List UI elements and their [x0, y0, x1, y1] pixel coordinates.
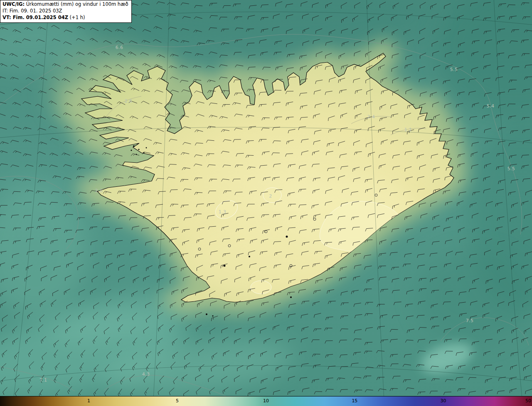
colorbar-tick: 10 — [263, 398, 269, 404]
map-title: Úrkomumætti (mm) og vindur i 100m hæð — [25, 1, 128, 7]
colorbar-tick: 30 — [441, 398, 446, 404]
product-label: UWC/IG: — [2, 1, 25, 7]
colorbar-tick: 5 — [176, 398, 179, 404]
colorbar-tick: 50 — [525, 398, 531, 404]
valid-time-line: VT: Fim. 09.01.2025 04Z (+1 h) — [2, 15, 128, 21]
glacier-myrdalsjokull — [251, 281, 271, 294]
colorbar-tick: 15 — [352, 398, 357, 404]
colorbar-tick: 1 — [87, 398, 90, 404]
lake — [249, 256, 250, 257]
map-canvas — [0, 0, 532, 406]
colorbar: 1510153050 — [0, 396, 532, 406]
weather-map: 6.62.65.55.42.41.15.52.021.37.54.37.1 UW… — [0, 0, 532, 406]
init-time-line: IT: Fim. 09. 01. 2025 03Z — [2, 8, 128, 15]
map-title-line: UWC/IG: Úrkomumætti (mm) og vindur i 100… — [2, 1, 128, 8]
lake — [286, 236, 288, 238]
map-title-box: UWC/IG: Úrkomumætti (mm) og vindur i 100… — [0, 0, 132, 23]
